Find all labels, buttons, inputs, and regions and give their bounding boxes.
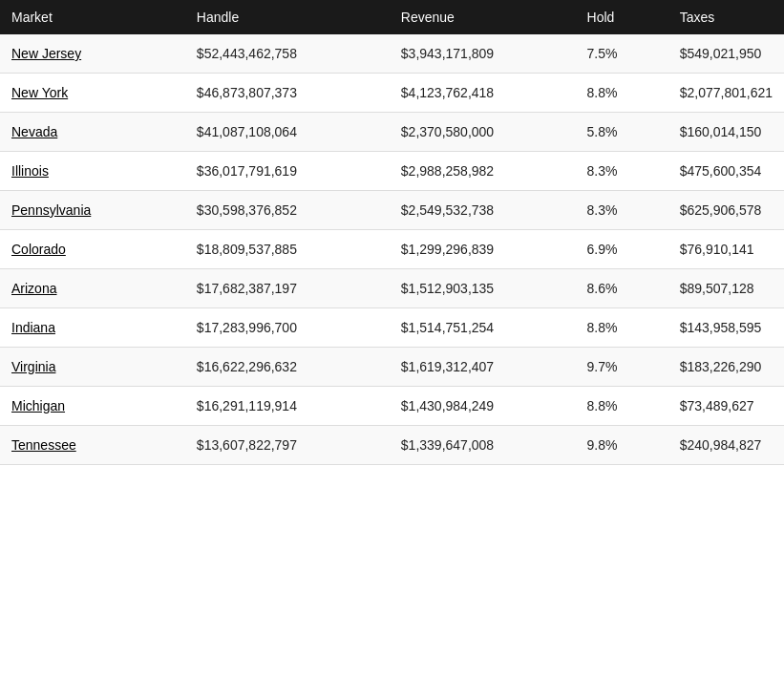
cell-market[interactable]: Pennsylvania <box>0 191 185 230</box>
cell-market[interactable]: Tennessee <box>0 426 185 465</box>
cell-hold: 9.7% <box>576 348 668 387</box>
cell-revenue: $2,988,258,982 <box>390 152 576 191</box>
cell-handle: $41,087,108,064 <box>185 113 390 152</box>
cell-taxes: $89,507,128 <box>668 269 784 308</box>
cell-market[interactable]: Indiana <box>0 308 185 348</box>
cell-revenue: $1,339,647,008 <box>390 426 576 465</box>
table-row: Nevada$41,087,108,064$2,370,580,0005.8%$… <box>0 113 784 152</box>
cell-handle: $17,682,387,197 <box>185 269 390 308</box>
cell-hold: 8.8% <box>576 74 668 113</box>
cell-handle: $18,809,537,885 <box>185 230 390 269</box>
cell-market[interactable]: Michigan <box>0 387 185 426</box>
cell-taxes: $2,077,801,621 <box>668 74 784 113</box>
cell-market[interactable]: Virginia <box>0 348 185 387</box>
cell-hold: 8.6% <box>576 269 668 308</box>
market-link[interactable]: Colorado <box>11 242 66 257</box>
cell-hold: 7.5% <box>576 34 668 74</box>
cell-taxes: $625,906,578 <box>668 191 784 230</box>
cell-revenue: $1,299,296,839 <box>390 230 576 269</box>
cell-taxes: $475,600,354 <box>668 152 784 191</box>
table-row: Michigan$16,291,119,914$1,430,984,2498.8… <box>0 387 784 426</box>
market-link[interactable]: Illinois <box>11 163 49 179</box>
sports-betting-table: Market Handle Revenue Hold Taxes New Jer… <box>0 0 784 465</box>
cell-hold: 5.8% <box>576 113 668 152</box>
cell-taxes: $76,910,141 <box>668 230 784 269</box>
cell-taxes: $143,958,595 <box>668 308 784 348</box>
header-revenue: Revenue <box>390 0 576 34</box>
cell-revenue: $3,943,171,809 <box>390 34 576 74</box>
cell-hold: 6.9% <box>576 230 668 269</box>
table-row: Indiana$17,283,996,700$1,514,751,2548.8%… <box>0 308 784 348</box>
cell-hold: 8.8% <box>576 387 668 426</box>
market-link[interactable]: Michigan <box>11 398 65 413</box>
header-taxes: Taxes <box>668 0 784 34</box>
market-link[interactable]: New York <box>11 85 68 100</box>
cell-taxes: $549,021,950 <box>668 34 784 74</box>
cell-revenue: $2,549,532,738 <box>390 191 576 230</box>
cell-revenue: $1,514,751,254 <box>390 308 576 348</box>
cell-revenue: $2,370,580,000 <box>390 113 576 152</box>
market-link[interactable]: Pennsylvania <box>11 202 91 218</box>
cell-revenue: $1,619,312,407 <box>390 348 576 387</box>
cell-market[interactable]: New York <box>0 74 185 113</box>
cell-handle: $13,607,822,797 <box>185 426 390 465</box>
table-header-row: Market Handle Revenue Hold Taxes <box>0 0 784 34</box>
header-hold: Hold <box>576 0 668 34</box>
cell-taxes: $160,014,150 <box>668 113 784 152</box>
cell-handle: $16,291,119,914 <box>185 387 390 426</box>
table-row: Illinois$36,017,791,619$2,988,258,9828.3… <box>0 152 784 191</box>
market-link[interactable]: Tennessee <box>11 437 76 453</box>
cell-market[interactable]: Colorado <box>0 230 185 269</box>
market-link[interactable]: Nevada <box>11 124 57 139</box>
table-row: Pennsylvania$30,598,376,852$2,549,532,73… <box>0 191 784 230</box>
header-market: Market <box>0 0 185 34</box>
cell-handle: $17,283,996,700 <box>185 308 390 348</box>
cell-handle: $30,598,376,852 <box>185 191 390 230</box>
table-row: New York$46,873,807,373$4,123,762,4188.8… <box>0 74 784 113</box>
cell-taxes: $73,489,627 <box>668 387 784 426</box>
cell-revenue: $4,123,762,418 <box>390 74 576 113</box>
cell-handle: $16,622,296,632 <box>185 348 390 387</box>
cell-hold: 8.3% <box>576 152 668 191</box>
table-row: Tennessee$13,607,822,797$1,339,647,0089.… <box>0 426 784 465</box>
cell-market[interactable]: Arizona <box>0 269 185 308</box>
market-link[interactable]: Indiana <box>11 320 55 335</box>
cell-revenue: $1,430,984,249 <box>390 387 576 426</box>
cell-taxes: $240,984,827 <box>668 426 784 465</box>
cell-taxes: $183,226,290 <box>668 348 784 387</box>
cell-market[interactable]: Illinois <box>0 152 185 191</box>
table-row: Colorado$18,809,537,885$1,299,296,8396.9… <box>0 230 784 269</box>
cell-hold: 8.8% <box>576 308 668 348</box>
table-row: New Jersey$52,443,462,758$3,943,171,8097… <box>0 34 784 74</box>
market-link[interactable]: Virginia <box>11 359 55 374</box>
cell-hold: 8.3% <box>576 191 668 230</box>
cell-handle: $52,443,462,758 <box>185 34 390 74</box>
cell-hold: 9.8% <box>576 426 668 465</box>
cell-market[interactable]: Nevada <box>0 113 185 152</box>
market-link[interactable]: Arizona <box>11 281 56 296</box>
cell-revenue: $1,512,903,135 <box>390 269 576 308</box>
cell-handle: $46,873,807,373 <box>185 74 390 113</box>
market-link[interactable]: New Jersey <box>11 46 81 61</box>
table-row: Arizona$17,682,387,197$1,512,903,1358.6%… <box>0 269 784 308</box>
cell-market[interactable]: New Jersey <box>0 34 185 74</box>
cell-handle: $36,017,791,619 <box>185 152 390 191</box>
header-handle: Handle <box>185 0 390 34</box>
table-row: Virginia$16,622,296,632$1,619,312,4079.7… <box>0 348 784 387</box>
